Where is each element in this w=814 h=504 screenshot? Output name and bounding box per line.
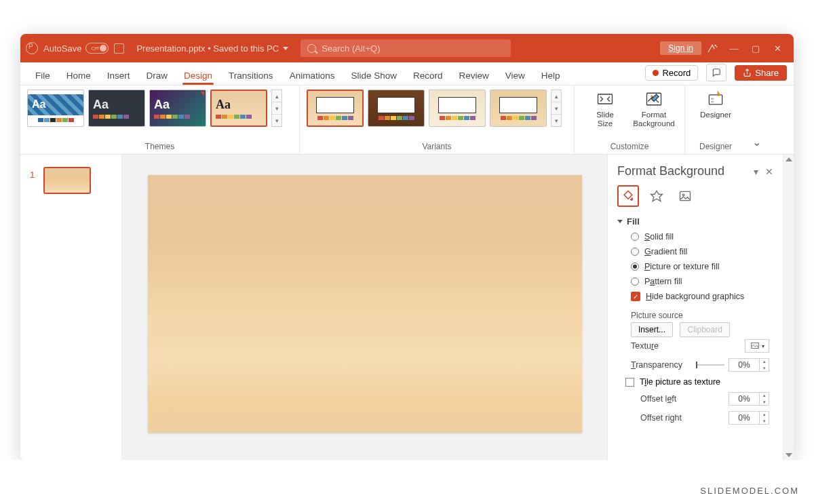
fill-tab-icon[interactable] [617, 185, 639, 207]
chevron-down-icon [283, 47, 288, 50]
offset-right-label: Offset right [640, 413, 682, 423]
record-dot-icon [653, 70, 659, 76]
sign-in-button[interactable]: Sign in [660, 41, 701, 55]
checkbox-hide-bg-graphics[interactable]: ✓Hide background graphics [631, 292, 777, 301]
record-button[interactable]: Record [645, 65, 698, 81]
transparency-slider[interactable] [696, 364, 724, 366]
ribbon-tabs: File Home Insert Draw Design Transitions… [20, 62, 794, 85]
svg-point-10 [682, 194, 684, 196]
tab-insert[interactable]: Insert [99, 71, 138, 85]
checkbox-tile-texture[interactable]: Tile picture as texture [608, 373, 783, 388]
themes-group-label: Themes [27, 140, 292, 151]
format-background-panel: Format Background ▾ ✕ Fill Solid fill Gr… [607, 155, 794, 460]
current-slide[interactable] [148, 175, 582, 433]
slide-thumbnail-1[interactable] [43, 167, 91, 194]
texture-picker[interactable]: ▾ [745, 339, 769, 353]
autosave-toggle[interactable]: AutoSave Off [43, 43, 109, 54]
transparency-label: Transparency [631, 360, 682, 370]
svg-rect-9 [680, 191, 691, 200]
tab-help[interactable]: Help [533, 71, 568, 85]
search-placeholder: Search (Alt+Q) [322, 43, 380, 54]
theme-4-selected[interactable]: Aa [210, 90, 267, 127]
svg-rect-2 [598, 94, 613, 104]
maximize-button[interactable]: ▢ [745, 37, 767, 59]
svg-point-1 [716, 47, 717, 47]
tab-design[interactable]: Design [176, 71, 220, 85]
radio-solid-fill[interactable]: Solid fill [631, 232, 777, 241]
tab-file[interactable]: File [27, 71, 58, 85]
share-button[interactable]: Share [735, 65, 787, 81]
picture-tab-icon[interactable] [674, 185, 696, 207]
format-background-button[interactable]: Format Background [630, 90, 678, 128]
panel-close-icon[interactable]: ✕ [765, 166, 773, 177]
variant-1-selected[interactable] [307, 90, 364, 127]
theme-3[interactable]: Aa [149, 90, 206, 127]
offset-left-label: Offset left [640, 394, 676, 404]
radio-pattern-fill[interactable]: Pattern fill [631, 277, 777, 286]
coming-soon-icon[interactable] [701, 37, 723, 59]
app-icon [26, 42, 38, 54]
search-icon [307, 44, 316, 53]
tab-transitions[interactable]: Transitions [220, 71, 282, 85]
tab-record[interactable]: Record [405, 71, 451, 85]
variants-group-label: Variants [307, 140, 567, 151]
radio-picture-texture-fill[interactable]: Picture or texture fill [631, 262, 777, 271]
close-button[interactable]: ✕ [767, 37, 788, 59]
tab-view[interactable]: View [497, 71, 533, 85]
svg-rect-7 [711, 101, 714, 103]
main-area: 1 Format Background ▾ ✕ [20, 155, 794, 460]
scroll-up-icon[interactable] [786, 157, 792, 161]
tab-home[interactable]: Home [58, 71, 99, 85]
fill-section-header[interactable]: Fill [608, 214, 783, 229]
search-input[interactable]: Search (Alt+Q) [301, 39, 511, 57]
radio-gradient-fill[interactable]: Gradient fill [631, 247, 777, 256]
designer-group-label: Designer [692, 140, 739, 151]
slide-thumbnails-pane: 1 [20, 155, 122, 460]
customize-group-label: Customize [581, 140, 678, 151]
autosave-label: AutoSave [43, 43, 81, 54]
theme-1[interactable]: Aa [27, 90, 84, 127]
slide-size-button[interactable]: Slide Size [581, 90, 629, 128]
variant-4[interactable] [490, 90, 547, 127]
svg-rect-6 [711, 98, 714, 100]
transparency-value[interactable]: 0%▴▾ [729, 358, 769, 372]
theme-2[interactable]: Aa [88, 90, 145, 127]
panel-options-icon[interactable]: ▾ [754, 166, 758, 177]
save-icon[interactable] [114, 43, 124, 54]
tab-animations[interactable]: Animations [282, 71, 343, 85]
svg-marker-8 [651, 191, 663, 201]
variant-2[interactable] [368, 90, 425, 127]
tab-slide-show[interactable]: Slide Show [343, 71, 405, 85]
panel-scrollbar[interactable] [783, 155, 794, 460]
offset-right-value[interactable]: 0%▴▾ [729, 411, 769, 425]
ribbon-design: Aa Aa Aa Aa ▴▾▾ Themes ▴▾▾ Variants [20, 85, 794, 155]
designer-button[interactable]: Designer [692, 90, 739, 119]
panel-title: Format Background [617, 164, 724, 178]
themes-scroll[interactable]: ▴▾▾ [271, 90, 282, 127]
texture-label: Texture [631, 341, 659, 351]
slide-editor[interactable] [122, 155, 607, 460]
thumb-number: 1 [30, 170, 35, 180]
minimize-button[interactable]: — [723, 37, 745, 59]
tab-review[interactable]: Review [451, 71, 497, 85]
comments-button[interactable] [706, 64, 726, 81]
scroll-down-icon[interactable] [786, 453, 792, 457]
picture-source-label: Picture source [608, 304, 783, 323]
expand-icon [617, 220, 623, 223]
collapse-ribbon-button[interactable]: ⌄ [746, 85, 767, 154]
svg-point-4 [651, 95, 653, 97]
tab-draw[interactable]: Draw [138, 71, 176, 85]
effects-tab-icon[interactable] [646, 185, 667, 207]
document-title[interactable]: Presentation.pptx • Saved to this PC [136, 43, 288, 54]
offset-left-value[interactable]: 0%▴▾ [729, 392, 769, 406]
variants-scroll[interactable]: ▴▾▾ [551, 90, 562, 127]
svg-point-0 [715, 45, 716, 45]
title-bar: AutoSave Off Presentation.pptx • Saved t… [20, 34, 794, 62]
variant-3[interactable] [429, 90, 486, 127]
